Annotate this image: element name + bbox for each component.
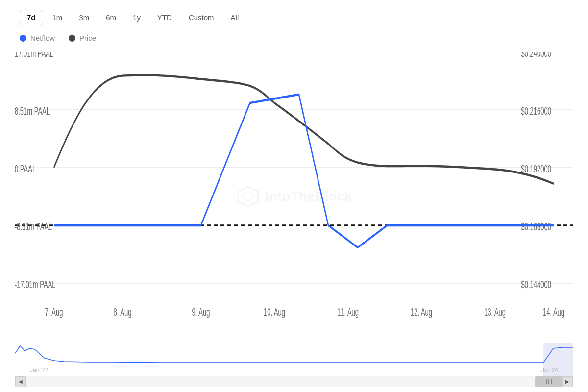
svg-text:10. Aug: 10. Aug <box>264 305 285 318</box>
svg-text:12. Aug: 12. Aug <box>411 305 432 318</box>
svg-rect-25 <box>543 343 573 377</box>
time-btn-3m[interactable]: 3m <box>72 10 97 25</box>
svg-text:$0.216000: $0.216000 <box>521 105 551 118</box>
time-btn-1y[interactable]: 1y <box>125 10 148 25</box>
netflow-label: Netflow <box>30 34 55 42</box>
netflow-dot <box>20 35 26 42</box>
main-container: 7d1m3m6m1yYTDCustomAll Netflow Price Int… <box>0 0 588 392</box>
svg-text:9. Aug: 9. Aug <box>192 305 210 318</box>
svg-text:8.51m PAAL: 8.51m PAAL <box>15 105 50 118</box>
svg-text:17.01m PAAL: 17.01m PAAL <box>15 52 53 59</box>
mini-chart: Jan '24 Jul '24 ◀ ▶ <box>15 343 573 387</box>
time-range-bar: 7d1m3m6m1yYTDCustomAll <box>15 10 573 25</box>
svg-text:-8.51m PAAL: -8.51m PAAL <box>15 220 52 233</box>
price-label: Price <box>79 34 96 42</box>
svg-text:$0.144000: $0.144000 <box>521 278 551 291</box>
time-btn-custom[interactable]: Custom <box>181 10 221 25</box>
svg-text:$0.240000: $0.240000 <box>521 52 551 59</box>
legend-price: Price <box>69 34 96 42</box>
scroll-track <box>26 376 562 387</box>
svg-text:11. Aug: 11. Aug <box>337 305 359 318</box>
time-btn-7d[interactable]: 7d <box>20 10 43 25</box>
time-btn-all[interactable]: All <box>223 10 246 25</box>
svg-text:8. Aug: 8. Aug <box>114 305 132 318</box>
svg-text:13. Aug: 13. Aug <box>484 305 506 318</box>
scroll-left-button[interactable]: ◀ <box>15 376 26 387</box>
legend-netflow: Netflow <box>20 34 55 42</box>
svg-text:0 PAAL: 0 PAAL <box>15 163 36 175</box>
mini-chart-svg <box>15 343 573 377</box>
scrollbar: ◀ ▶ <box>15 376 573 387</box>
price-dot <box>69 35 75 42</box>
scroll-right-button[interactable]: ▶ <box>562 376 573 387</box>
chart-svg: 17.01m PAAL 8.51m PAAL 0 PAAL -8.51m PAA… <box>15 52 573 341</box>
svg-text:7. Aug: 7. Aug <box>45 305 63 318</box>
svg-text:14. Aug: 14. Aug <box>543 305 564 318</box>
svg-text:$0.168000: $0.168000 <box>521 220 551 233</box>
time-btn-6m[interactable]: 6m <box>98 10 123 25</box>
time-btn-1m[interactable]: 1m <box>45 10 70 25</box>
time-btn-ytd[interactable]: YTD <box>150 10 179 25</box>
main-chart-area: IntoTheBlock 17.01m PAAL 8.51m PAAL 0 PA… <box>15 52 573 341</box>
scroll-thumb[interactable] <box>535 376 562 387</box>
svg-text:$0.192000: $0.192000 <box>521 163 551 175</box>
svg-text:-17.01m PAAL: -17.01m PAAL <box>15 278 56 291</box>
legend: Netflow Price <box>15 34 573 42</box>
